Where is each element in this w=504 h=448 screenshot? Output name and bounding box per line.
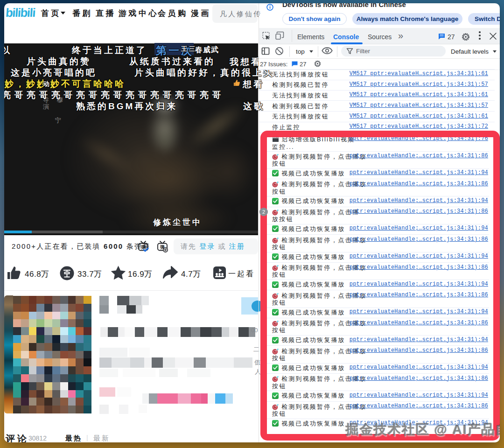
svg-text:弹: 弹 xyxy=(140,245,146,250)
